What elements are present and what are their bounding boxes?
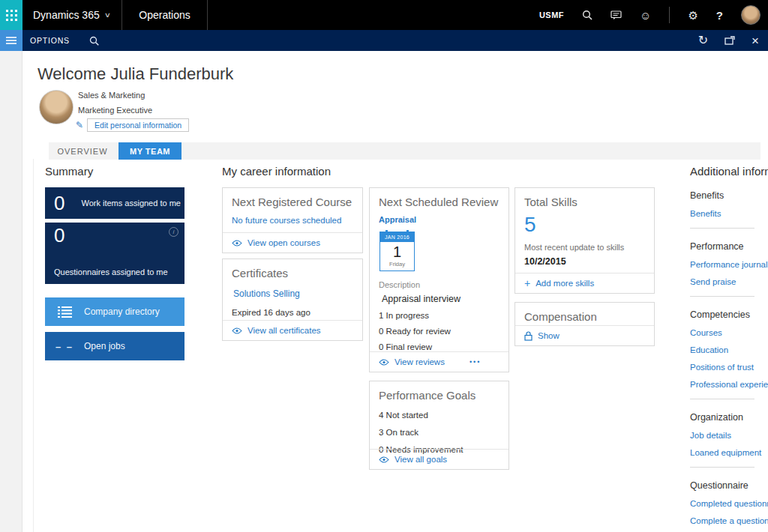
tile-questionnaires[interactable]: 0 i Questionnaires assigned to me [45,223,184,284]
edit-personal-info-button[interactable]: Edit personal information [87,118,189,132]
sidebar-group-performance: Performance [690,241,768,252]
action-label: View all goals [394,455,447,464]
eye-icon [379,456,389,463]
gear-icon[interactable]: ⚙ [688,10,698,21]
card-total-skills: Total Skills 5 Most recent update to ski… [514,187,655,294]
card-performance-goals: Performance Goals 4 Not started 3 On tra… [369,381,509,470]
panel-divider [33,159,34,532]
sidebar-link-completed-questionnaires[interactable]: Completed questionnaires [690,499,768,508]
left-nav-rail[interactable] [0,51,22,532]
job-title-label: Marketing Executive [78,106,152,115]
sidebar-group-organization: Organization [690,412,768,423]
view-all-goals-action[interactable]: View all goals [370,449,508,469]
sidebar-link-courses[interactable]: Courses [690,328,768,337]
eye-icon [379,359,389,366]
additional-information-panel: Additional information Benefits Benefits… [690,157,768,532]
command-bar: OPTIONS ↻ × [0,30,768,51]
page-title: Welcome Julia Funderburk [38,64,233,84]
stat-line: 1 In progress [370,311,508,320]
company-selector[interactable]: USMF [539,10,564,19]
skills-count: 5 [515,208,654,237]
questionnaires-label: Questionnaires assigned to me [54,267,168,276]
tab-overview[interactable]: OVERVIEW [49,142,116,160]
dynamics-365-window: Dynamics 365 ∨ Operations USMF ☺ ⚙ ? OPT… [0,0,768,532]
view-reviews-action[interactable]: View reviews ••• [370,351,508,372]
action-label: View all certificates [248,326,321,335]
feedback-icon[interactable] [610,10,622,20]
more-actions-icon[interactable]: ••• [470,358,481,366]
sidebar-link-education[interactable]: Education [690,345,768,354]
user-avatar[interactable] [741,5,760,25]
directory-list-icon [45,306,84,318]
tile-work-items[interactable]: 0 Work items assigned to me [45,187,184,219]
sidebar-link-performance-journal[interactable]: Performance journal [690,260,768,269]
sidebar-link-benefits[interactable]: Benefits [690,209,768,218]
review-date-calendar: JAN 2016 1 Friday [380,232,415,271]
work-items-label: Work items assigned to me [81,199,180,208]
tile-company-directory[interactable]: Company directory [45,297,184,326]
career-heading: My career information [222,165,331,178]
calendar-day: 1 [380,242,414,260]
card-title: Certificates [223,259,362,279]
sidebar-link-complete-a-questionnaire[interactable]: Complete a questionnaire [690,516,768,525]
stat-line: 0 Final review [370,342,508,351]
appraisal-link[interactable]: Appraisal [370,215,508,224]
divider [690,467,754,468]
sidebar-link-send-praise[interactable]: Send praise [690,277,768,286]
card-compensation: Compensation Show [514,302,655,346]
description-label: Description [370,280,508,289]
card-title: Total Skills [515,188,654,208]
action-label: View reviews [394,357,445,366]
course-status-link[interactable]: No future courses scheduled [223,216,362,225]
additional-info-heading: Additional information [690,165,768,178]
sidebar-group-questionnaire: Questionnaire [690,480,768,491]
sidebar-link-loaned-equipment[interactable]: Loaned equipment [690,448,768,457]
brand-label: Dynamics 365 [33,9,100,21]
card-next-registered-course: Next Registered Course No future courses… [222,187,363,253]
help-icon[interactable]: ? [716,10,723,21]
tab-my-team[interactable]: MY TEAM [118,142,182,160]
close-icon[interactable]: × [752,34,759,47]
employee-avatar [39,90,74,124]
sidebar-group-competencies: Competencies [690,309,768,320]
summary-heading: Summary [45,165,93,178]
certificate-link[interactable]: Solutions Selling [223,288,362,299]
company-directory-label: Company directory [84,306,160,317]
open-jobs-label: Open jobs [84,341,125,351]
search-icon[interactable] [582,10,592,20]
app-name[interactable]: Operations [122,0,207,30]
waffle-icon [6,10,17,21]
card-title: Next Registered Course [223,188,362,208]
topbar-actions: USMF ☺ ⚙ ? [539,0,768,30]
info-icon: i [169,227,178,237]
options-tab[interactable]: OPTIONS [30,36,70,45]
eye-icon [232,327,242,334]
open-jobs-icon: – – [45,341,84,352]
open-in-new-window-icon[interactable] [724,36,735,45]
calendar-month: JAN 2016 [380,232,414,242]
action-label: Add more skills [536,279,594,288]
smiley-icon[interactable]: ☺ [640,10,651,21]
tab-strip: OVERVIEW MY TEAM [49,142,760,160]
refresh-icon[interactable]: ↻ [698,34,708,46]
nav-menu-button[interactable] [0,30,22,51]
sidebar-link-positions-of-trust[interactable]: Positions of trust [690,363,768,372]
questionnaires-count: 0 [54,224,64,247]
view-open-courses-action[interactable]: View open courses [223,232,362,253]
command-search-icon[interactable] [89,36,99,46]
window-controls: ↻ × [698,34,768,47]
sidebar-link-job-details[interactable]: Job details [690,431,768,440]
sidebar-group-benefits: Benefits [690,190,768,201]
edit-personal-info[interactable]: ✎ Edit personal information [76,118,189,132]
add-more-skills-action[interactable]: + Add more skills [515,273,654,293]
hamburger-icon [6,37,16,44]
view-all-certificates-action[interactable]: View all certificates [223,320,362,340]
app-launcher-button[interactable] [0,0,22,30]
stat-line: 3 On track [370,428,508,437]
brand-menu[interactable]: Dynamics 365 ∨ [22,0,122,30]
show-compensation-action[interactable]: Show [515,325,654,345]
sidebar-link-professional-experience[interactable]: Professional experience [690,380,768,389]
divider [690,296,754,297]
tile-open-jobs[interactable]: – – Open jobs [45,332,184,360]
skills-update-label: Most recent update to skills [515,243,654,252]
